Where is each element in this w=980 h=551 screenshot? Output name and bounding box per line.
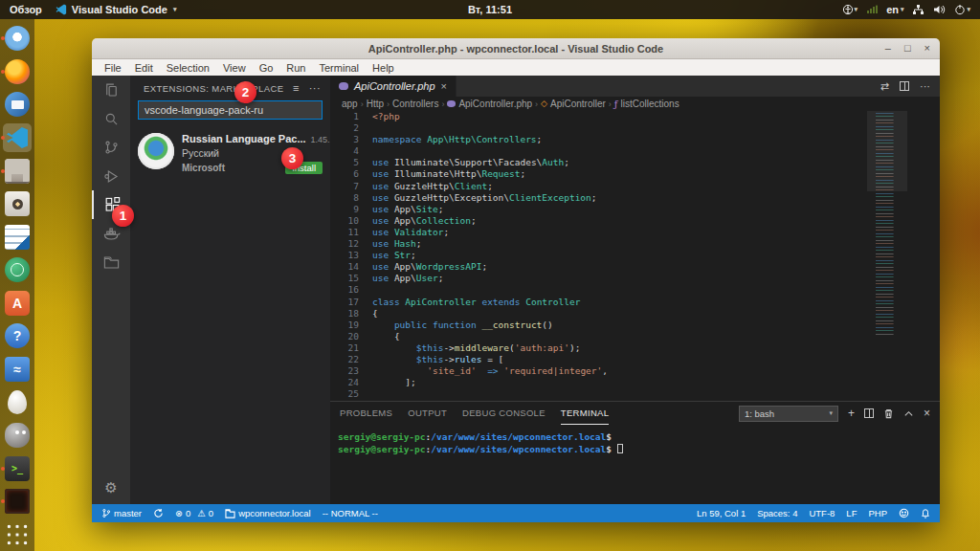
signal-icon[interactable] — [866, 4, 878, 15]
dock-item-screenshot-tool[interactable] — [0, 485, 34, 518]
tab-apicontroller[interactable]: ApiController.php × — [330, 76, 457, 97]
code-line-12[interactable]: 12use Hash; — [330, 238, 940, 250]
cursor-position[interactable]: Ln 59, Col 1 — [697, 508, 746, 518]
dock-item-show-apps[interactable] — [0, 518, 34, 551]
notifications-bell-icon[interactable] — [921, 508, 930, 518]
dock-item-system-monitor[interactable]: ≈ — [0, 353, 34, 386]
code-line-4[interactable]: 4 — [330, 145, 940, 157]
code-line-7[interactable]: 7use GuzzleHttp\Client; — [330, 181, 940, 192]
dock-item-egg-app[interactable] — [0, 386, 34, 419]
search-icon[interactable] — [92, 104, 130, 133]
panel-tab-debug-console[interactable]: DEBUG CONSOLE — [462, 402, 546, 425]
menu-edit[interactable]: Edit — [128, 62, 160, 74]
source-control-icon[interactable] — [92, 133, 130, 162]
dock-item-terminal-app[interactable]: >_ — [0, 452, 34, 485]
menu-selection[interactable]: Selection — [160, 62, 216, 74]
dock-item-file-cabinet[interactable] — [0, 154, 34, 187]
code-line-3[interactable]: 3namespace App\Http\Controllers; — [330, 134, 940, 145]
minimize-button[interactable]: – — [885, 43, 891, 54]
new-terminal-icon[interactable]: + — [848, 407, 855, 420]
kill-terminal-trash-icon[interactable] — [883, 408, 894, 419]
breadcrumb-http[interactable]: Http — [367, 99, 384, 109]
split-editor-icon[interactable] — [900, 81, 909, 91]
network-icon[interactable] — [912, 4, 924, 15]
menu-terminal[interactable]: Terminal — [313, 62, 367, 74]
code-line-8[interactable]: 8use GuzzleHttp\Exception\ClientExceptio… — [330, 192, 940, 204]
filter-icon[interactable]: ≡ — [293, 82, 300, 94]
focused-app-menu[interactable]: Visual Studio Code ▾ — [56, 4, 177, 15]
activities-button[interactable]: Обзор — [10, 4, 42, 15]
terminal-content[interactable]: sergiy@sergiy-pc:/var/www/sites/wpconnec… — [330, 425, 940, 504]
code-line-20[interactable]: 20 { — [330, 331, 940, 342]
menu-run[interactable]: Run — [279, 62, 312, 74]
menu-help[interactable]: Help — [366, 62, 401, 74]
code-line-25[interactable]: 25 — [330, 388, 940, 400]
close-button[interactable]: × — [924, 43, 930, 54]
settings-gear-icon[interactable]: ⚙ — [104, 479, 117, 496]
split-terminal-icon[interactable] — [864, 408, 874, 418]
code-line-16[interactable]: 16 — [330, 284, 940, 296]
code-line-5[interactable]: 5use Illuminate\Support\Facades\Auth; — [330, 157, 940, 168]
breadcrumb-app[interactable]: app — [342, 99, 358, 109]
accessibility-menu[interactable]: ▾ — [842, 4, 858, 15]
minimap[interactable] — [873, 113, 902, 335]
eol-indicator[interactable]: LF — [846, 508, 857, 518]
dock-item-chromium[interactable] — [0, 22, 34, 55]
explorer-icon[interactable] — [92, 76, 130, 104]
code-line-6[interactable]: 6use Illuminate\Http\Request; — [330, 168, 940, 180]
dock-item-todo[interactable] — [0, 253, 34, 287]
code-line-13[interactable]: 13use Str; — [330, 250, 940, 261]
dock-item-vscode[interactable] — [0, 121, 34, 155]
code-line-15[interactable]: 15use App\User; — [330, 273, 940, 284]
dock-item-gimp[interactable] — [0, 419, 34, 452]
problems-indicator[interactable]: ⊗ 0 ⚠ 0 — [175, 508, 213, 518]
volume-icon[interactable] — [933, 4, 946, 15]
run-debug-icon[interactable] — [92, 162, 130, 190]
menu-go[interactable]: Go — [253, 62, 280, 74]
indentation-indicator[interactable]: Spaces: 4 — [757, 508, 797, 518]
feedback-smiley-icon[interactable] — [899, 508, 909, 518]
maximize-panel-chevron-icon[interactable] — [903, 408, 914, 419]
dock-item-libreoffice-writer[interactable] — [0, 220, 34, 253]
encoding-indicator[interactable]: UTF-8 — [809, 508, 835, 518]
remote-folder-indicator[interactable]: wpconnector.local — [225, 508, 311, 518]
code-line-17[interactable]: 17class ApiController extends Controller — [330, 297, 940, 308]
title-bar[interactable]: ApiController.php - wpconnector.local - … — [92, 38, 940, 59]
code-line-11[interactable]: 11use Validator; — [330, 227, 940, 238]
breadcrumb-apicontroller[interactable]: ApiController — [541, 99, 606, 109]
panel-tab-output[interactable]: OUTPUT — [408, 402, 447, 425]
panel-tab-problems[interactable]: PROBLEMS — [340, 402, 392, 425]
code-line-1[interactable]: 1<?php — [330, 111, 940, 122]
sync-indicator[interactable] — [153, 508, 164, 518]
dock-item-ubuntu-software[interactable]: A — [0, 287, 34, 320]
code-line-14[interactable]: 14use App\WordpressAPI; — [330, 261, 940, 273]
code-line-9[interactable]: 9use App\Site; — [330, 204, 940, 215]
code-line-22[interactable]: 22 $this->rules = [ — [330, 354, 940, 365]
power-menu[interactable]: ▾ — [954, 4, 970, 15]
vim-mode-indicator[interactable]: -- NORMAL -- — [323, 508, 378, 518]
terminal-shell-select[interactable]: 1: bash ▾ — [739, 406, 838, 422]
code-line-23[interactable]: 23 'site_id' => 'required|integer', — [330, 365, 940, 377]
dock-item-thunderbird[interactable] — [0, 88, 34, 121]
maximize-button[interactable]: □ — [904, 43, 911, 54]
code-line-10[interactable]: 10use App\Collection; — [330, 215, 940, 227]
breadcrumb-listcollections[interactable]: listCollections — [614, 99, 679, 109]
tab-close-icon[interactable]: × — [441, 80, 447, 92]
code-line-18[interactable]: 18{ — [330, 308, 940, 320]
more-actions-icon[interactable]: ··· — [309, 82, 321, 94]
menu-file[interactable]: File — [98, 62, 128, 74]
remote-explorer-icon[interactable] — [92, 248, 130, 276]
dock-item-firefox[interactable] — [0, 55, 34, 89]
code-line-2[interactable]: 2 — [330, 122, 940, 134]
code-line-24[interactable]: 24 ]; — [330, 377, 940, 388]
code-line-19[interactable]: 19 public function __construct() — [330, 320, 940, 331]
language-mode-indicator[interactable]: PHP — [868, 508, 887, 518]
dock-item-help[interactable]: ? — [0, 320, 34, 353]
git-branch-indicator[interactable]: master — [101, 508, 142, 518]
code-line-21[interactable]: 21 $this->middleware('auth:api'); — [330, 342, 940, 354]
editor-more-actions-icon[interactable]: ··· — [920, 80, 930, 92]
breadcrumb-apicontroller.php[interactable]: ApiController.php — [447, 99, 532, 109]
extensions-search-input[interactable]: vscode-language-pack-ru — [138, 100, 323, 120]
toggle-layout-icon[interactable]: ⇄ — [880, 80, 889, 93]
keyboard-layout-menu[interactable]: en ▾ — [886, 4, 903, 15]
